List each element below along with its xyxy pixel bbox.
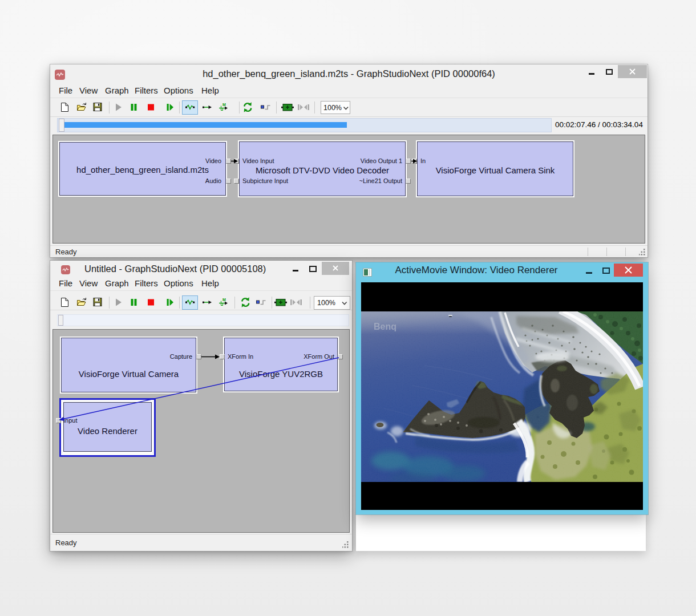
svg-text:Benq: Benq <box>374 322 396 331</box>
svg-text:M: M <box>222 103 226 107</box>
svg-text:100%: 100% <box>323 104 342 112</box>
svg-text:M: M <box>222 298 226 302</box>
svg-text:100%: 100% <box>317 299 335 307</box>
